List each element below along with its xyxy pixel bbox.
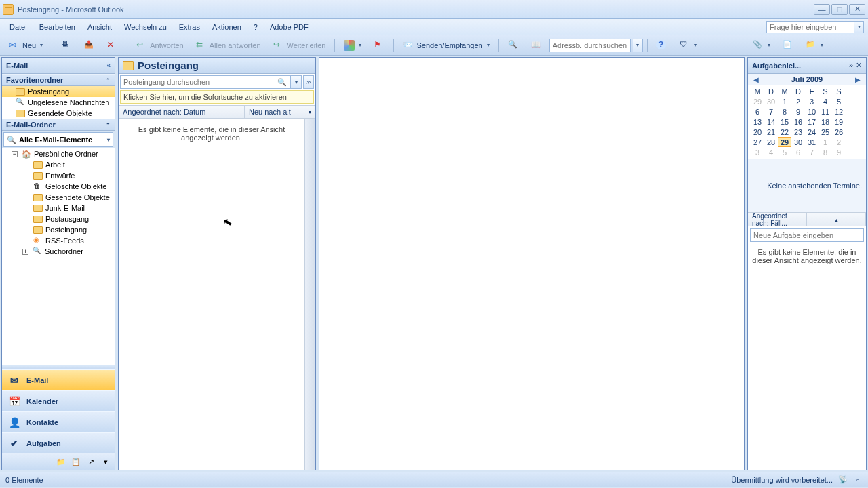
calendar-day[interactable]: 13 [751,117,764,127]
categorize-button[interactable]: ▾ [339,38,366,53]
folder-rss[interactable]: RSS-Feeds [2,235,115,246]
calendar-day[interactable]: 30 [764,96,778,106]
shortcuts-button[interactable]: ↗ [85,455,97,468]
menu-adobe-pdf[interactable]: Adobe PDF [264,22,314,33]
calendar-day[interactable]: 20 [751,127,764,137]
calendar-day[interactable]: 7 [764,106,778,117]
new-task-input[interactable] [750,228,864,242]
pdf-folder-button[interactable]: 📁▾ [801,38,828,53]
calendar-day[interactable]: 19 [832,117,846,127]
notes-shortcut[interactable]: 📁 [55,455,67,468]
calendar-day[interactable]: 23 [791,127,805,137]
calendar-day[interactable]: 4 [764,147,778,157]
minimize-button[interactable]: — [814,4,830,15]
menu-actions[interactable]: Aktionen [207,22,247,33]
sort-by-button[interactable]: Angeordnet nach: Datum [119,106,245,118]
calendar-day[interactable]: 8 [778,106,791,117]
calendar-day[interactable]: 6 [791,147,805,157]
folder-search[interactable]: +Suchordner [2,246,115,257]
calendar-day[interactable]: 28 [764,137,778,147]
favorite-inbox[interactable]: Posteingang [2,86,115,97]
menu-view[interactable]: Ansicht [82,22,117,33]
todo-close-button[interactable]: ✕ [856,61,862,70]
calendar-day[interactable]: 3 [751,147,764,157]
find-contact-button[interactable]: 🔍 [503,38,524,53]
nav-mail-button[interactable]: ✉E-Mail [2,369,115,390]
address-book-button[interactable] [526,38,547,53]
follow-up-button[interactable] [369,38,389,53]
menu-extras[interactable]: Extras [174,22,205,33]
help-button[interactable] [652,38,672,53]
next-month-button[interactable]: ▶ [855,76,861,83]
search-icon[interactable]: 🔍 [277,78,288,87]
maximize-button[interactable]: □ [831,4,848,15]
favorite-unread[interactable]: Ungelesene Nachrichten [2,97,115,108]
sort-order-button[interactable]: Neu nach alt [245,106,304,118]
help-search-dropdown[interactable]: ▾ [854,21,864,33]
calendar-day[interactable]: 22 [778,127,791,137]
menu-help[interactable]: ? [248,22,263,33]
calendar-day[interactable]: 2 [791,96,805,106]
collapse-nav-button[interactable]: « [106,62,111,69]
calendar-day[interactable]: 31 [805,137,818,147]
scrollbar[interactable] [304,119,315,470]
folder-inbox[interactable]: Posteingang [2,224,115,235]
calendar-day[interactable]: 18 [818,117,832,127]
forward-button[interactable]: Weiterleiten [269,38,331,53]
folder-list-shortcut[interactable]: 📋 [70,455,82,468]
task-sort-options[interactable]: ▴ [807,213,866,226]
calendar-day[interactable]: 15 [778,117,791,127]
calendar-day[interactable]: 29 [778,137,791,147]
calendar-day[interactable]: 7 [805,147,818,157]
favorites-header[interactable]: Favoritenordner ⌃ [2,74,115,86]
folder-work[interactable]: Arbeit [2,159,115,170]
calendar-day[interactable]: 21 [764,127,778,137]
configure-buttons[interactable]: ▾ [100,455,112,468]
instant-search-banner[interactable]: Klicken Sie hier, um die Sofortsuche zu … [120,90,314,104]
menu-file[interactable]: Datei [4,22,33,33]
calendar-day[interactable]: 9 [791,106,805,117]
personal-folders[interactable]: −🏠Persönliche Ordner [2,148,115,159]
send-receive-button[interactable]: Senden/Empfangen▾ [398,38,494,53]
move-button[interactable] [79,38,100,53]
nav-tasks-button[interactable]: ✔Aufgaben [2,432,115,453]
calendar-day[interactable]: 12 [832,106,846,117]
calendar-day[interactable]: 24 [805,127,818,137]
calendar-day[interactable]: 1 [778,96,791,106]
calendar-day[interactable]: 30 [791,137,805,147]
pdf-convert-button[interactable]: 📄 [778,38,798,53]
calendar-day[interactable]: 8 [818,147,832,157]
calendar-day[interactable]: 2 [832,137,846,147]
tree-expander[interactable]: + [22,249,28,255]
nav-calendar-button[interactable]: 📅Kalender [2,390,115,411]
calendar-day[interactable]: 16 [791,117,805,127]
calendar-day[interactable]: 29 [751,96,764,106]
calendar-day[interactable]: 10 [805,106,818,117]
mail-folders-header[interactable]: E-Mail-Ordner ⌃ [2,119,115,131]
reply-button[interactable]: Antworten [132,38,189,53]
menu-goto[interactable]: Wechseln zu [119,22,172,33]
calendar-day[interactable]: 27 [751,137,764,147]
task-sort-button[interactable]: Angeordnet nach: Fäll... [748,213,807,226]
delete-button[interactable] [102,38,123,53]
search-scope-dropdown[interactable]: ▾ [291,75,302,89]
address-search-dropdown[interactable]: ▾ [633,39,643,52]
search-options-button[interactable]: ≫ [303,75,314,89]
folder-sent[interactable]: Gesendete Objekte [2,192,115,203]
close-button[interactable]: ✕ [849,4,865,15]
calendar-day[interactable]: 5 [832,96,846,106]
prev-month-button[interactable]: ◀ [753,76,759,83]
calendar-day[interactable]: 11 [818,106,832,117]
junk-button[interactable]: 🛡▾ [675,38,702,53]
calendar-day[interactable]: 14 [764,117,778,127]
folder-junk[interactable]: Junk-E-Mail [2,203,115,214]
calendar-day[interactable]: 3 [805,96,818,106]
nav-contacts-button[interactable]: 👤Kontakte [2,411,115,432]
calendar-day[interactable]: 6 [751,106,764,117]
calendar-day[interactable]: 5 [778,147,791,157]
pdf-attach-button[interactable]: 📎▾ [748,38,775,53]
search-box[interactable]: 🔍 [120,75,291,89]
send-receive-status-icon[interactable]: 📡 [838,475,848,485]
tree-expander[interactable]: − [12,151,18,157]
folder-deleted[interactable]: Gelöschte Objekte [2,181,115,192]
